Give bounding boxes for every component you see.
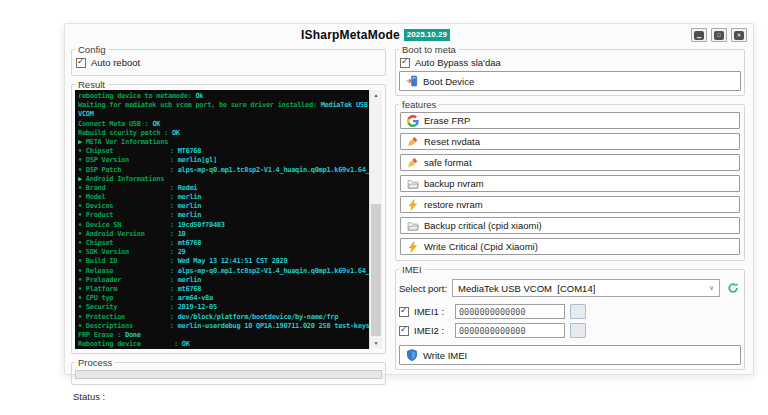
feature-button-label: Backup critical (cpid xiaomi) — [424, 220, 542, 231]
port-combobox[interactable]: MediaTek USB VCOM [COM14] ∨ — [452, 279, 720, 297]
scrollbar-thumb[interactable] — [371, 204, 381, 336]
brush-icon — [406, 156, 419, 169]
scroll-up-icon[interactable]: ▲ — [370, 90, 382, 101]
reset-nvdata-button[interactable]: Reset nvdata — [400, 133, 740, 150]
minimize-icon: ▁ — [694, 31, 704, 40]
auto-bypass-label: Auto Bypass sla'daa — [415, 57, 501, 68]
console-line: • Preloader: merlin — [78, 276, 369, 285]
console-line: • Descriptions: merlin-userdebug 10 QP1A… — [78, 322, 369, 331]
auto-reboot-label: Auto reboot — [91, 57, 140, 68]
boot-to-meta-groupbox: Boot to meta Auto Bypass sla'daa Boot De… — [395, 44, 745, 96]
auto-bypass-checkbox[interactable] — [400, 58, 410, 68]
imei2-label: IMEI2 : — [414, 325, 450, 336]
console-line: • Build ID: Wed May 13 12:41:51 CST 2020 — [78, 257, 369, 266]
bolt-icon — [406, 240, 419, 253]
folder-icon — [406, 177, 419, 190]
backup-critical-cpid-xiaomi-button[interactable]: Backup critical (cpid xiaomi) — [400, 217, 740, 234]
features-group-label: features — [399, 99, 439, 110]
process-groupbox: Process — [71, 357, 386, 385]
imei2-checkbox[interactable] — [399, 326, 409, 336]
result-group-label: Result — [75, 79, 108, 90]
console-scrollbar[interactable]: ▲ ▼ — [369, 90, 382, 349]
imei2-extra-button[interactable] — [570, 323, 586, 338]
brush-icon — [406, 135, 419, 148]
close-button[interactable]: ✕ — [731, 28, 747, 42]
write-imei-wrap: Write IMEI — [399, 345, 741, 365]
console-line: VCOM — [78, 110, 369, 119]
console-output: rebooting device to metamode: OkWaiting … — [75, 90, 369, 349]
console-line: • DSP Patch: alps-mp-q0.mp1.tc8sp2-V1.4_… — [78, 166, 369, 175]
features-groupbox: features Erase FRPReset nvdatasafe forma… — [395, 99, 745, 261]
console-line: • CPU typ: arm64-v8a — [78, 294, 369, 303]
restore-nvram-button[interactable]: restore nvram — [400, 196, 740, 213]
console-line: ▶ Android Informations — [78, 175, 369, 184]
console-line: • Device SN: 19cd50f70403 — [78, 221, 369, 230]
boot-group-label: Boot to meta — [399, 44, 459, 55]
select-port-row: Select port: MediaTek USB VCOM [COM14] ∨ — [399, 279, 741, 297]
select-port-label: Select port: — [399, 283, 447, 294]
imei-group-label: IMEI — [399, 264, 425, 275]
write-critical-cpid-xiaomi-button[interactable]: Write Critical (Cpid Xiaomi) — [400, 238, 740, 255]
feature-button-label: restore nvram — [424, 199, 483, 210]
shield-icon — [405, 349, 418, 362]
port-combobox-value: MediaTek USB VCOM [COM14] — [458, 283, 595, 294]
boot-device-button[interactable]: Boot Device — [399, 71, 741, 91]
feature-button-label: Erase FRP — [424, 115, 470, 126]
console-line: • DSP Version: merlin[gl] — [78, 156, 369, 165]
write-imei-button[interactable]: Write IMEI — [399, 345, 741, 365]
close-icon: ✕ — [734, 31, 744, 40]
refresh-ports-button[interactable] — [725, 280, 741, 296]
console-line: • Protection: dev/block/platform/bootdev… — [78, 313, 369, 322]
console-line: • Chipset: MT6768 — [78, 147, 369, 156]
imei1-input[interactable] — [455, 304, 565, 319]
feature-button-label: Write Critical (Cpid Xiaomi) — [424, 241, 538, 252]
imei-groupbox: IMEI Select port: MediaTek USB VCOM [COM… — [395, 264, 745, 370]
imei1-row: IMEI1 : — [399, 304, 741, 319]
erase-frp-button[interactable]: Erase FRP — [400, 112, 740, 129]
window-controls: ▁□✕ — [691, 28, 747, 42]
backup-nvram-button[interactable]: backup nvram — [400, 175, 740, 192]
process-group-label: Process — [75, 357, 115, 368]
maximize-button[interactable]: □ — [711, 28, 727, 42]
console-line: • Platform: mt6768 — [78, 285, 369, 294]
auto-reboot-row: Auto reboot — [75, 55, 382, 71]
auto-bypass-row: Auto Bypass sla'daa — [399, 55, 741, 71]
console-line: • Android Version: 10 — [78, 230, 369, 239]
titlebar: ISharpMetaMode 2025.10.29 — [301, 28, 450, 42]
console-line: • SDK Version: 29 — [78, 248, 369, 257]
minimize-button[interactable]: ▁ — [691, 28, 707, 42]
feature-button-label: backup nvram — [424, 178, 484, 189]
app-title: ISharpMetaMode — [301, 28, 400, 42]
console-line: ▶ META Ver Informations — [78, 138, 369, 147]
console-line: rebooting device to metamode: Ok — [78, 92, 369, 101]
status-label: Status : — [71, 388, 386, 402]
auto-reboot-checkbox[interactable] — [76, 58, 86, 68]
maximize-icon: □ — [714, 31, 724, 40]
left-panel: Config Auto reboot Result rebooting devi… — [71, 44, 386, 402]
write-imei-label: Write IMEI — [423, 350, 467, 361]
features-list: Erase FRPReset nvdatasafe formatbackup n… — [399, 110, 741, 256]
google-g-icon — [406, 114, 419, 127]
refresh-icon — [727, 282, 740, 295]
imei1-checkbox[interactable] — [399, 307, 409, 317]
version-badge: 2025.10.29 — [404, 29, 450, 41]
console-line: • Brand: Redmi — [78, 184, 369, 193]
scroll-down-icon[interactable]: ▼ — [370, 338, 382, 349]
enter-icon — [405, 75, 418, 88]
console-line: FRP Erase : Done — [78, 331, 369, 340]
bolt-icon — [406, 198, 419, 211]
imei2-row: IMEI2 : — [399, 323, 741, 338]
console-line: Rebooting device: OK — [78, 340, 369, 349]
console-line: • Security: 2019-12-05 — [78, 303, 369, 312]
chevron-down-icon: ∨ — [709, 284, 714, 292]
console-line: Connect Meta USB : OK — [78, 120, 369, 129]
console-line: • Product: merlin — [78, 211, 369, 220]
safe-format-button[interactable]: safe format — [400, 154, 740, 171]
config-group-label: Config — [75, 44, 108, 55]
imei1-extra-button[interactable] — [570, 304, 586, 319]
progress-bar — [75, 370, 382, 379]
imei2-input[interactable] — [455, 323, 565, 338]
right-panel: Boot to meta Auto Bypass sla'daa Boot De… — [395, 44, 745, 373]
config-groupbox: Config Auto reboot — [71, 44, 386, 76]
feature-button-label: Reset nvdata — [424, 136, 480, 147]
